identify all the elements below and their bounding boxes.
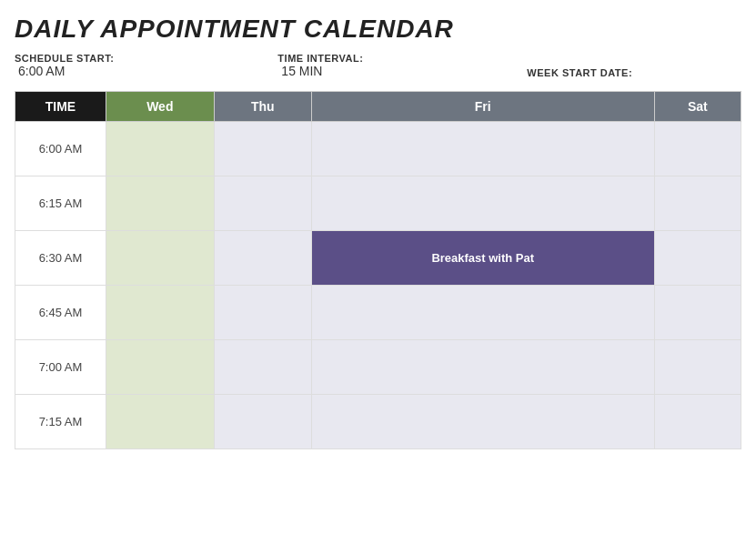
meta-bar: SCHEDULE START: 6:00 AM TIME INTERVAL: 1…	[15, 53, 741, 78]
th-fri: Fri	[311, 92, 654, 122]
page-title: DAILY APPOINTMENT CALENDAR	[15, 15, 741, 44]
header-row: TIME Wed Thu Fri Sat	[15, 92, 741, 122]
schedule-start-group: SCHEDULE START: 6:00 AM	[15, 53, 114, 78]
thu-cell	[214, 286, 311, 340]
time-cell: 6:15 AM	[15, 176, 106, 231]
time-cell: 6:45 AM	[15, 286, 106, 340]
sat-cell	[654, 340, 741, 395]
sat-cell	[654, 176, 741, 231]
fri-cell	[311, 176, 654, 231]
th-wed: Wed	[106, 92, 215, 122]
time-interval-group: TIME INTERVAL: 15 MIN	[277, 53, 363, 78]
fri-cell	[311, 395, 654, 449]
fri-cell	[311, 122, 654, 176]
time-cell: 6:00 AM	[15, 122, 106, 176]
fri-cell: Breakfast with Pat	[311, 231, 654, 286]
thu-cell	[214, 176, 311, 231]
wed-cell	[106, 231, 215, 286]
sat-cell	[654, 231, 741, 286]
wed-cell	[106, 286, 215, 340]
table-row: 6:15 AM	[15, 176, 741, 231]
sat-cell	[654, 395, 741, 449]
wed-cell	[106, 122, 215, 176]
thu-cell	[214, 395, 311, 449]
appointment-block[interactable]: Breakfast with Pat	[312, 231, 654, 285]
wed-cell	[106, 340, 215, 395]
week-start-date-label: WEEK START DATE:	[527, 67, 632, 78]
week-start-date-group: WEEK START DATE:	[527, 67, 632, 78]
time-interval-value: 15 MIN	[281, 64, 363, 78]
th-thu: Thu	[214, 92, 311, 122]
table-row: 6:30 AMBreakfast with Pat	[15, 231, 741, 286]
time-cell: 6:30 AM	[15, 231, 106, 286]
table-row: 6:45 AM	[15, 286, 741, 340]
time-interval-label: TIME INTERVAL:	[277, 53, 363, 64]
fri-cell	[311, 340, 654, 395]
table-row: 6:00 AM	[15, 122, 741, 176]
time-cell: 7:15 AM	[15, 395, 106, 449]
sat-cell	[654, 122, 741, 176]
schedule-start-label: SCHEDULE START:	[15, 53, 114, 64]
thu-cell	[214, 231, 311, 286]
thu-cell	[214, 122, 311, 176]
fri-cell	[311, 286, 654, 340]
wed-cell	[106, 176, 215, 231]
calendar-table: TIME Wed Thu Fri Sat 6:00 AM6:15 AM6:30 …	[15, 91, 741, 449]
time-cell: 7:00 AM	[15, 340, 106, 395]
th-sat: Sat	[654, 92, 741, 122]
table-row: 7:00 AM	[15, 340, 741, 395]
schedule-start-value: 6:00 AM	[18, 64, 114, 78]
th-time: TIME	[15, 92, 106, 122]
thu-cell	[214, 340, 311, 395]
table-row: 7:15 AM	[15, 395, 741, 449]
sat-cell	[654, 286, 741, 340]
wed-cell	[106, 395, 215, 449]
